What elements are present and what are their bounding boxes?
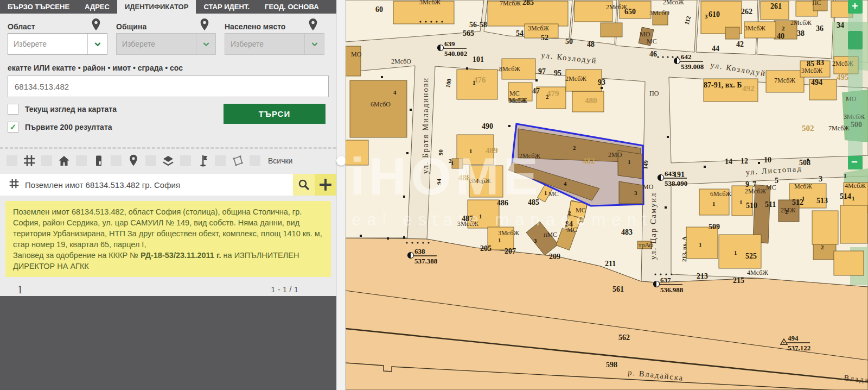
result-filter-toolbar: Всички — [0, 149, 336, 172]
sidebar-footer-area — [0, 296, 336, 390]
map-label: 2 — [785, 209, 788, 215]
map-label: 213, вх. А — [681, 236, 687, 262]
cadastral-map[interactable]: ул. Козлодуйул. Козлодуйул. Листопадул. … — [346, 0, 868, 390]
identifier-input[interactable] — [8, 76, 329, 97]
grid-parcel-icon[interactable] — [23, 154, 36, 167]
region-select[interactable]: Изберете — [8, 33, 107, 55]
polygon-icon[interactable] — [231, 154, 244, 167]
map-label: 1 — [739, 199, 743, 205]
home-icon[interactable] — [58, 154, 71, 167]
map-label: 14 — [725, 158, 732, 166]
locate-result-button[interactable] — [293, 174, 315, 196]
svg-text:+: + — [852, 0, 858, 12]
map-label: 10 — [764, 156, 771, 164]
map-label: 83 — [816, 59, 824, 67]
map-pin-icon[interactable] — [199, 18, 210, 34]
svg-text:538.090: 538.090 — [665, 179, 687, 187]
map-label: 1 — [712, 200, 716, 207]
first-200-label: Първите 200 резултата — [25, 123, 112, 131]
municipality-select[interactable]: Изберете — [116, 33, 216, 55]
first-200-checkbox[interactable]: ✓ — [8, 122, 18, 133]
map-pin-icon[interactable] — [307, 18, 319, 34]
map-label: МсбЖ — [509, 97, 527, 104]
filter-checkbox-all[interactable] — [250, 155, 260, 166]
map-label: 4 — [564, 180, 567, 187]
map-pin-icon[interactable] — [127, 154, 140, 167]
map-label: 209 — [549, 253, 560, 261]
current-view-label: Текущ изглед на картата — [25, 105, 117, 114]
map-label: ПС — [812, 0, 821, 7]
current-view-checkbox[interactable] — [8, 104, 18, 115]
map-label: 47 — [532, 87, 540, 95]
filter-checkbox-flag[interactable] — [180, 155, 191, 166]
map-label: МсбЖ — [794, 183, 812, 190]
map-label: 87-91, вх. Б — [704, 81, 742, 89]
svg-text:−: − — [851, 156, 858, 168]
map-label: 3МсбО — [649, 9, 669, 17]
flag-icon[interactable] — [196, 154, 209, 167]
filter-checkbox-parcel[interactable] — [7, 155, 17, 166]
page-number[interactable]: 1 — [17, 284, 23, 296]
map-label: 215 — [733, 276, 744, 285]
map-label: 1 — [628, 159, 631, 165]
zoom-slider-track[interactable] — [848, 0, 863, 169]
map-label: 36 — [816, 24, 824, 33]
map-label: 492 — [742, 84, 755, 93]
map-pin-icon[interactable] — [90, 18, 102, 34]
tab-identifier[interactable]: ИДЕНТИФИКАТОР — [117, 0, 196, 14]
map-label: 3МсбЖ — [744, 24, 765, 32]
filter-all-label: Всички — [268, 156, 292, 165]
map-label: 509 — [709, 223, 720, 231]
tab-old-identifier[interactable]: СТАР ИДЕНТ. — [196, 0, 257, 14]
svg-text:537.388: 537.388 — [414, 257, 438, 265]
grid-parcel-icon — [9, 178, 20, 191]
map-label: 3МсбЖ — [528, 24, 549, 32]
map-label: 54 — [516, 29, 524, 37]
map-label: МО — [351, 51, 362, 58]
map-label: 7МсбЖ — [828, 124, 850, 132]
map-label: МС — [509, 90, 520, 97]
map-label: 2МЖ — [781, 206, 796, 214]
svg-text:537.122: 537.122 — [788, 344, 810, 352]
map-label: 95 — [554, 69, 561, 77]
svg-text:639: 639 — [444, 40, 455, 48]
search-sidebar: БЪРЗО ТЪРСЕНЕ АДРЕС ИДЕНТИФИКАТОР СТАР И… — [0, 0, 336, 390]
map-label: 483 — [621, 228, 633, 236]
search-button[interactable]: ТЪРСИ — [224, 104, 326, 124]
svg-text:iHOME: iHOME — [350, 147, 542, 205]
svg-text:540.002: 540.002 — [444, 49, 467, 58]
add-result-button[interactable] — [315, 174, 336, 196]
tab-address[interactable]: АДРЕС — [77, 0, 117, 14]
tab-geodetic-basis[interactable]: ГЕОД. ОСНОВА — [257, 0, 327, 14]
map-label: 101 — [473, 55, 484, 64]
filter-checkbox-layers[interactable] — [145, 155, 156, 166]
map-label: 1 — [699, 241, 702, 248]
map-zoom-control[interactable]: + − — [848, 0, 863, 169]
map-label: 4МсбЖ — [747, 269, 768, 276]
filter-checkbox-building[interactable] — [76, 155, 87, 166]
map-label: 3 — [705, 13, 708, 20]
settlement-select[interactable]: Изберете — [225, 33, 324, 55]
map-label: МС — [548, 190, 559, 198]
result-row[interactable]: Поземлен имот 68134.513.482 гр. София — [0, 174, 336, 196]
building-icon[interactable] — [92, 154, 105, 167]
map-label: 285 — [522, 0, 534, 7]
tab-quick-search[interactable]: БЪРЗО ТЪРСЕНЕ — [0, 0, 77, 14]
parcel-info-line2: Заповед за одобрение на КККР № РД-18-53/… — [13, 250, 323, 272]
filter-checkbox-polygon[interactable] — [215, 155, 226, 166]
filter-checkbox-home[interactable] — [41, 155, 52, 166]
map-label: 2 — [573, 144, 576, 151]
svg-text:539.008: 539.008 — [681, 62, 704, 71]
map-label: 46 — [649, 50, 657, 58]
map-label: 1 — [734, 249, 737, 256]
svg-text:real estate management: real estate management — [346, 210, 653, 229]
map-canvas[interactable]: ул. Козлодуйул. Козлодуйул. Листопадул. … — [346, 0, 868, 390]
layers-icon[interactable] — [162, 154, 175, 167]
filter-checkbox-pin[interactable] — [111, 155, 122, 166]
sidebar-splitter[interactable] — [336, 0, 346, 390]
map-label: 510 — [746, 202, 757, 210]
map-label: 490 — [482, 122, 493, 130]
splitter-handle[interactable] — [336, 156, 346, 166]
result-title: Поземлен имот 68134.513.482 гр. София — [25, 180, 293, 190]
zoom-slider-thumb[interactable] — [848, 31, 863, 49]
